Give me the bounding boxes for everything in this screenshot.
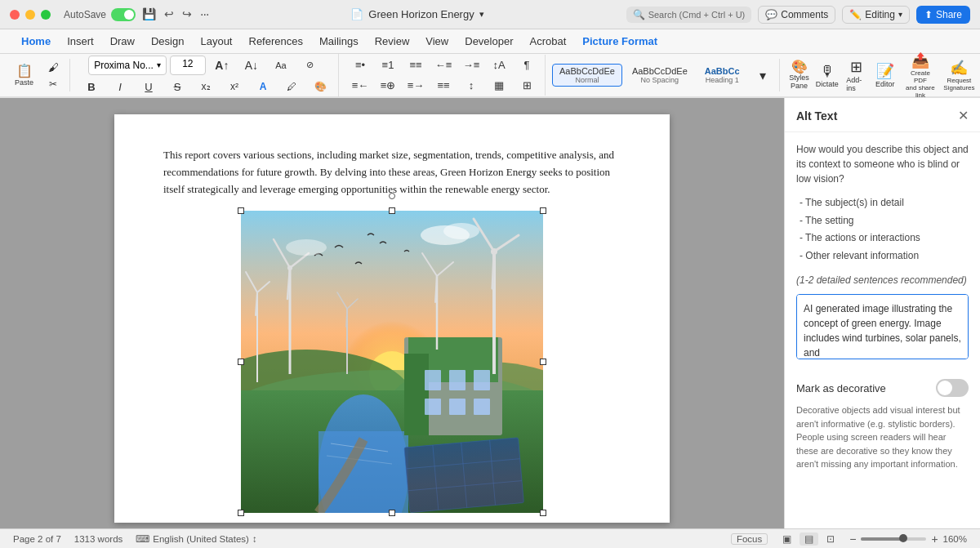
- rotation-handle[interactable]: [389, 193, 395, 199]
- editor-button[interactable]: 📝 Editor: [872, 60, 898, 91]
- view-web-icon[interactable]: ⊡: [822, 532, 840, 546]
- superscript-button[interactable]: x²: [221, 78, 247, 95]
- line-spacing-button[interactable]: ↕: [458, 77, 484, 94]
- font-name-select[interactable]: Proxima No... ▾: [88, 56, 167, 75]
- shading2-button[interactable]: ▦: [486, 77, 512, 94]
- bold-button[interactable]: B: [78, 79, 105, 95]
- focus-button[interactable]: Focus: [731, 533, 768, 545]
- tab-insert[interactable]: Insert: [59, 32, 102, 51]
- tab-mailings[interactable]: Mailings: [311, 32, 367, 51]
- zoom-in-button[interactable]: +: [931, 532, 938, 546]
- title-chevron[interactable]: ▾: [479, 9, 484, 20]
- panel-close-button[interactable]: ✕: [958, 108, 969, 123]
- create-pdf-button[interactable]: 📤 Create PDFand share link: [900, 49, 941, 101]
- borders-button[interactable]: ⊞: [514, 77, 540, 94]
- resize-handle-br[interactable]: [540, 510, 546, 516]
- image-container[interactable]: [163, 211, 621, 513]
- comments-button[interactable]: 💬 Comments: [758, 6, 835, 24]
- tab-developer[interactable]: Developer: [457, 32, 521, 51]
- search-placeholder: Search (Cmd + Ctrl + U): [648, 10, 746, 20]
- tab-layout[interactable]: Layout: [192, 32, 240, 51]
- styles-more-button[interactable]: ▾: [750, 65, 776, 86]
- font-shrink-button[interactable]: A↓: [238, 58, 265, 73]
- align-left-button[interactable]: ≡←: [347, 77, 373, 94]
- highlight-button[interactable]: 🖊: [278, 78, 305, 95]
- change-case-button[interactable]: Aа: [268, 60, 294, 71]
- style-nospacing-label: AaBbCcDdEe: [632, 66, 688, 76]
- styles-section: AaBbCcDdEe Normal AaBbCcDdEe No Spacing …: [549, 59, 780, 91]
- resize-handle-bl[interactable]: [238, 510, 244, 516]
- clear-format-button[interactable]: ⊘: [297, 59, 323, 71]
- save-icon[interactable]: 💾: [142, 7, 156, 22]
- resize-handle-tr[interactable]: [540, 207, 546, 214]
- create-pdf-label: Create PDFand share link: [904, 69, 937, 99]
- minimize-button[interactable]: [25, 10, 35, 20]
- format-painter-button[interactable]: 🖌: [40, 60, 66, 75]
- dictate-button[interactable]: 🎙 Dictate: [814, 60, 841, 91]
- cut-button[interactable]: ✂: [40, 77, 66, 91]
- zoom-thumb[interactable]: [899, 534, 907, 542]
- subscript-button[interactable]: x₂: [193, 78, 219, 95]
- mark-decorative-toggle[interactable]: [936, 379, 969, 397]
- style-heading1[interactable]: AaBbCc Heading 1: [697, 64, 747, 87]
- resize-handle-bc[interactable]: [389, 510, 395, 516]
- align-center-button[interactable]: ≡⊕: [375, 77, 401, 94]
- align-right-button[interactable]: ≡→: [403, 77, 429, 94]
- paste-button[interactable]: 📋 Paste: [10, 63, 38, 88]
- editing-button[interactable]: ✏️ Editing ▾: [842, 6, 910, 24]
- close-button[interactable]: [10, 10, 20, 20]
- view-normal-icon[interactable]: ▣: [777, 532, 796, 546]
- request-signatures-button[interactable]: ✍ RequestSignatures: [942, 56, 976, 94]
- style-no-spacing[interactable]: AaBbCcDdEe No Spacing: [625, 64, 695, 87]
- resize-handle-tc[interactable]: [389, 207, 395, 214]
- resize-handle-tl[interactable]: [238, 207, 244, 214]
- share-button[interactable]: ⬆ Share: [916, 6, 970, 24]
- zoom-out-button[interactable]: −: [849, 532, 856, 546]
- redo-icon[interactable]: ↪: [182, 7, 192, 22]
- show-formatting-button[interactable]: ¶: [514, 56, 540, 74]
- tab-design[interactable]: Design: [143, 32, 192, 51]
- autosave-toggle[interactable]: [111, 8, 136, 21]
- panel-title: Alt Text: [796, 109, 837, 123]
- increase-indent-button[interactable]: →≡: [458, 56, 484, 74]
- italic-button[interactable]: I: [107, 79, 133, 95]
- shading-button[interactable]: 🎨: [307, 78, 333, 95]
- view-buttons: ▣ ▤ ⊡: [777, 532, 840, 546]
- svg-line-32: [492, 252, 494, 288]
- font-grow-button[interactable]: A↑: [209, 58, 235, 73]
- multilevel-button[interactable]: ≡≡: [403, 56, 429, 74]
- font-size-select[interactable]: 12: [170, 56, 206, 75]
- decrease-indent-button[interactable]: ←≡: [430, 56, 457, 74]
- tab-acrobat[interactable]: Acrobat: [522, 32, 575, 51]
- document-image[interactable]: [241, 211, 543, 513]
- addins-button[interactable]: ⊞ Add-ins: [842, 56, 871, 95]
- styles-pane-button[interactable]: 🎨 StylesPane: [786, 59, 813, 91]
- resize-handle-ml[interactable]: [238, 359, 244, 365]
- tab-picture-format[interactable]: Picture Format: [574, 32, 666, 51]
- bullets-button[interactable]: ≡•: [347, 56, 373, 74]
- more-icon[interactable]: ···: [200, 7, 208, 22]
- tab-view[interactable]: View: [417, 32, 457, 51]
- view-print-icon[interactable]: ▤: [800, 532, 818, 546]
- font-color-button[interactable]: A: [250, 78, 276, 95]
- underline-button[interactable]: U: [136, 79, 162, 95]
- mark-decorative-desc: Decorative objects add visual interest b…: [796, 403, 969, 471]
- autosave-label: AutoSave: [64, 9, 106, 20]
- tab-review[interactable]: Review: [367, 32, 418, 51]
- sort-button[interactable]: ↕A: [486, 56, 512, 74]
- strikethrough-button[interactable]: S: [164, 78, 190, 96]
- paste-label: Paste: [15, 78, 33, 87]
- editor-label: Editor: [875, 80, 895, 88]
- numbering-button[interactable]: ≡1: [375, 56, 401, 74]
- maximize-button[interactable]: [41, 10, 51, 20]
- resize-handle-mr[interactable]: [540, 359, 546, 365]
- search-box[interactable]: 🔍 Search (Cmd + Ctrl + U): [626, 7, 752, 23]
- tab-home[interactable]: Home: [13, 32, 59, 51]
- tab-references[interactable]: References: [241, 32, 311, 51]
- style-normal[interactable]: AaBbCcDdEe Normal: [552, 64, 622, 87]
- zoom-slider[interactable]: [861, 537, 926, 541]
- undo-icon[interactable]: ↩: [164, 7, 174, 22]
- justify-button[interactable]: ≡≡: [430, 77, 457, 94]
- tab-draw[interactable]: Draw: [102, 32, 143, 51]
- alt-text-textarea[interactable]: [796, 294, 969, 359]
